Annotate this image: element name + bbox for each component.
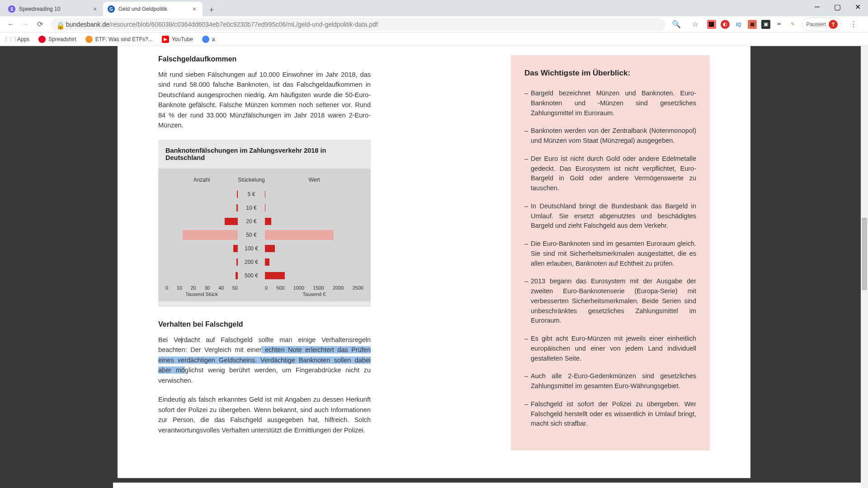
maximize-button[interactable]: ▢ [827,0,848,14]
bookmark-icon [202,36,209,43]
extension-icon[interactable]: ✎ [788,20,797,29]
chart-plot-area: Anzahl Stückelung Wert 5 €10 €20 €50 €10… [158,169,371,301]
chart-row: 100 € [165,242,363,255]
axis-tick: 20 [190,285,196,291]
bar-denom-label: 20 € [238,218,265,225]
tab-speedreading[interactable]: S Speedreading 10 × [4,2,103,16]
bar-wert [265,245,275,252]
profile-chip[interactable]: Pausiert T [802,18,842,31]
paragraph[interactable]: Mit rund sieben Fälschungen auf 10.000 E… [158,70,371,131]
summary-item[interactable]: Die Euro-Banknoten sind im gesamten Euro… [524,239,696,268]
bookmark-icon [85,36,93,43]
pdf-page: Falschgeldaufkommen Mit rund sieben Fäls… [118,46,750,488]
bar-wert [265,272,285,279]
reload-button[interactable]: ⟳ [33,17,47,32]
tab-title: Geld und Geldpolitik [118,6,191,12]
menu-icon[interactable]: ⋮ [846,17,861,32]
zoom-icon[interactable]: 🔍 [669,17,684,32]
summary-box: Das Wichtigste im Überblick: Bargeld bez… [511,55,710,450]
address-bar: ← → ⟳ 🔒 bundesbank.de/resource/blob/6060… [0,16,868,33]
axis-tick: 1000 [293,285,304,291]
back-button[interactable]: ← [4,17,18,32]
axis-tick: 10 [177,285,182,291]
bar-wert [265,258,269,266]
bar-anzahl [233,245,238,252]
bar-wert [265,204,265,211]
chart-header-wert: Wert [265,177,363,183]
bar-wert [265,230,334,240]
extension-icon[interactable]: IQ [734,20,743,29]
chart-header-stueckelung: Stückelung [238,177,265,183]
axis-tick: 40 [218,285,224,291]
extension-icon[interactable]: 🅿 [707,20,716,29]
axis-tick: 2000 [333,285,344,291]
bar-denom-label: 50 € [238,232,265,238]
bar-denom-label: 200 € [238,259,265,265]
axis-tick: 30 [204,285,210,291]
bar-denom-label: 500 € [238,272,265,279]
scrollbar-vertical[interactable] [861,46,868,488]
extension-icon[interactable]: ▦ [748,20,757,29]
right-column: Das Wichtigste im Überblick: Bargeld bez… [511,55,710,461]
url-field[interactable]: 🔒 bundesbank.de/resource/blob/606038/c03… [51,18,665,31]
bookmark-youtube[interactable]: ▶YouTube [158,34,197,45]
bar-anzahl [225,218,238,225]
avatar: T [829,20,838,29]
summary-item[interactable]: Falschgeld ist sofort der Polizei zu übe… [524,399,696,429]
summary-item[interactable]: Auch alle 2-Euro-Gedenkmünzen sind geset… [524,371,696,391]
bookmark-apps[interactable]: ⋮⋮⋮Apps [4,34,33,45]
chart-row: 500 € [165,269,363,282]
axis-tick: 2500 [352,285,363,291]
bookmarks-bar: ⋮⋮⋮Apps Spreadshirt ETF: Was sind ETFs?.… [0,33,868,46]
paragraph[interactable]: Eindeutig als falsch erkanntes Geld ist … [158,394,371,435]
scroll-thumb[interactable] [862,218,867,290]
star-icon[interactable]: ☆ [688,17,703,32]
axis-tick: 1500 [313,285,324,291]
extension-icon[interactable]: ▣ [761,20,770,29]
lock-icon: 🔒 [56,21,62,28]
tab-geld-active[interactable]: G Geld und Geldpolitik × [103,2,203,16]
axis-tick: 0 [165,285,168,291]
bookmark-spreadshirt[interactable]: Spreadshirt [35,34,80,45]
url-text: bundesbank.de/resource/blob/606038/c0364… [66,21,378,28]
chart-row: 10 € [165,201,363,215]
axis-label-right: Tausend € [265,291,363,297]
close-icon[interactable]: × [91,5,99,13]
summary-item[interactable]: In Deutschland bringt die Bundesbank das… [524,202,696,231]
chart-row: 200 € [165,255,363,269]
browser-tab-bar: S Speedreading 10 × G Geld und Geldpolit… [0,0,868,16]
minimize-button[interactable]: ─ [807,0,827,14]
summary-item[interactable]: Es gibt acht Euro-Münzen mit jeweils ein… [524,334,696,363]
bookmark-a[interactable]: a [198,34,219,45]
bar-denom-label: 5 € [238,191,265,197]
heading-falschgeldaufkommen: Falschgeldaufkommen [158,55,371,63]
youtube-icon: ▶ [162,36,169,43]
summary-item[interactable]: Banknoten werden von der Zentralbank (No… [524,126,696,146]
window-controls: ─ ▢ ✕ [807,0,868,14]
extension-icon[interactable]: ✂ [775,20,784,29]
summary-item[interactable]: Bargeld bezeichnet Münzen und Banknoten.… [524,89,696,118]
axis-tick: 0 [265,285,268,291]
bookmark-etf[interactable]: ETF: Was sind ETFs?... [82,34,156,45]
chart-title: Banknotenfälschungen im Zahlungsverkehr … [158,147,371,169]
bar-anzahl [183,230,238,240]
bar-wert [265,218,271,225]
axis-tick: 50 [232,285,238,291]
summary-item[interactable]: Der Euro ist nicht durch Gold oder ander… [524,154,696,193]
window-close-button[interactable]: ✕ [848,0,868,14]
summary-list: Bargeld bezeichnet Münzen und Banknoten.… [524,89,696,429]
favicon-icon: S [8,5,15,13]
heading-verhalten: Verhalten bei Falschgeld [158,320,371,328]
summary-item[interactable]: 2013 begann das Eurosystem mit der Ausga… [524,277,696,326]
pdf-viewer: Falschgeldaufkommen Mit rund sieben Fäls… [0,46,868,488]
bar-denom-label: 100 € [238,245,265,252]
forward-button[interactable]: → [18,17,33,32]
left-column: Falschgeldaufkommen Mit rund sieben Fäls… [158,55,371,461]
paragraph-selected[interactable]: Bei Verdacht auf Falschgeld sollte man e… [158,335,371,385]
chart-banknotenfaelschungen: Banknotenfälschungen im Zahlungsverkehr … [158,140,371,307]
chart-header-anzahl: Anzahl [165,177,238,183]
extension-icon[interactable]: ◐ [721,20,730,29]
close-icon[interactable]: × [191,5,198,13]
new-tab-button[interactable]: + [205,4,218,16]
bookmark-icon [38,36,46,43]
